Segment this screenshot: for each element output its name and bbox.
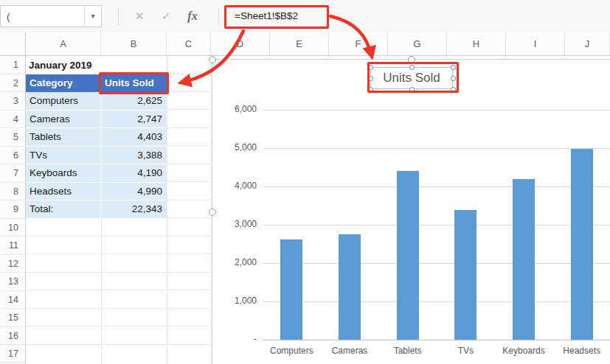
cell-a1[interactable]: January 2019	[26, 56, 167, 74]
table-header-cell[interactable]: Units Sold	[101, 74, 167, 93]
row-header-3[interactable]: 3	[0, 92, 25, 111]
y-axis-label[interactable]: 4,000	[218, 181, 257, 191]
title-selection-handle[interactable]	[451, 65, 456, 70]
title-selection-handle[interactable]	[368, 87, 373, 92]
row-header-9[interactable]: 9	[0, 200, 25, 219]
column-header-j[interactable]: J	[565, 32, 610, 55]
table-cell-value[interactable]: 22,343	[101, 200, 167, 219]
title-selection-handle[interactable]	[409, 65, 415, 70]
y-axis-label[interactable]: 5,000	[218, 142, 257, 153]
row-header-5[interactable]: 5	[0, 128, 25, 147]
bar-tablets[interactable]	[397, 171, 419, 340]
x-axis-label[interactable]: TVs	[437, 346, 495, 356]
row-header-11[interactable]: 11	[0, 237, 25, 255]
formula-bar: ( ▾ ✕ ✓ fx =Sheet1!$B$2	[0, 0, 610, 33]
table-cell-label[interactable]: Tablets	[26, 128, 101, 147]
selection-handle[interactable]	[209, 56, 216, 63]
column-header-c[interactable]: C	[167, 32, 211, 55]
chart-gridline	[263, 263, 610, 264]
cancel-icon[interactable]: ✕	[130, 5, 149, 27]
row-header-4[interactable]: 4	[0, 111, 25, 129]
row-header-8[interactable]: 8	[0, 183, 25, 201]
row-header-1[interactable]: 1	[0, 56, 25, 74]
enter-icon[interactable]: ✓	[156, 5, 176, 27]
divider	[218, 7, 219, 25]
y-axis-label[interactable]: -	[218, 334, 257, 344]
y-axis-label[interactable]: 2,000	[218, 257, 257, 267]
table-cell-label[interactable]: Computers	[26, 92, 101, 111]
column-header-g[interactable]: G	[388, 32, 447, 55]
column-header-f[interactable]: F	[329, 32, 388, 55]
table-cell-label[interactable]: TVs	[26, 147, 101, 165]
row-header-17[interactable]: 17	[0, 345, 25, 363]
column-header-d[interactable]: D	[211, 32, 270, 55]
bar-keyboards[interactable]	[513, 179, 535, 340]
row-headers: 1234567891011121314151617	[0, 56, 26, 364]
divider	[118, 7, 119, 25]
row-header-13[interactable]: 13	[0, 273, 25, 291]
title-selection-handle[interactable]	[368, 76, 373, 81]
title-selection-handle[interactable]	[409, 87, 415, 92]
y-axis-label[interactable]: 1,000	[218, 295, 257, 306]
x-axis-label[interactable]: Computers	[263, 346, 321, 356]
table-cell-value[interactable]: 2,747	[101, 111, 167, 129]
column-header-a[interactable]: A	[26, 32, 101, 55]
title-selection-handle[interactable]	[451, 76, 456, 81]
excel-window: ( ▾ ✕ ✓ fx =Sheet1!$B$2 ABCDEFGHIJ Janua…	[0, 0, 610, 364]
table-cell-label[interactable]: Headsets	[26, 183, 101, 201]
x-axis-label[interactable]: Headsets	[552, 346, 610, 356]
bar-headsets[interactable]	[571, 149, 593, 340]
table-header-cell[interactable]: Category	[26, 74, 101, 93]
gridline	[167, 56, 167, 364]
title-selection-handle[interactable]	[368, 65, 373, 70]
table-cell-label[interactable]: Keyboards	[26, 164, 101, 183]
column-header-b[interactable]: B	[101, 32, 167, 55]
chart[interactable]: Units Sold -1,0002,0003,0004,0005,0006,0…	[212, 59, 610, 364]
bar-tvs[interactable]	[454, 210, 476, 340]
chart-title[interactable]: Units Sold	[370, 67, 453, 89]
x-axis-label[interactable]: Tablets	[378, 346, 437, 356]
column-header-e[interactable]: E	[270, 32, 329, 55]
row-header-2[interactable]: 2	[0, 74, 25, 93]
row-header-14[interactable]: 14	[0, 291, 25, 309]
chart-gridline	[263, 148, 610, 149]
row-header-15[interactable]: 15	[0, 309, 25, 327]
table-cell-value[interactable]: 3,388	[101, 147, 167, 165]
column-headers: ABCDEFGHIJ	[0, 32, 610, 56]
fx-icon[interactable]: fx	[183, 5, 202, 27]
x-axis-label[interactable]: Cameras	[321, 346, 379, 356]
chart-gridline	[263, 301, 610, 302]
x-axis-label[interactable]: Keyboards	[495, 346, 553, 356]
table-cell-label[interactable]: Total:	[26, 200, 101, 219]
bar-cameras[interactable]	[339, 234, 361, 340]
table-cell-value[interactable]: 4,990	[101, 183, 167, 201]
chart-plot-area[interactable]	[263, 110, 610, 340]
table-cell-label[interactable]: Cameras	[26, 111, 101, 129]
bar-computers[interactable]	[280, 239, 302, 340]
sheet-grid[interactable]: January 2019CategoryUnits SoldComputers2…	[0, 56, 610, 364]
column-header-i[interactable]: I	[506, 32, 565, 55]
column-header-h[interactable]: H	[447, 32, 506, 55]
selection-handle[interactable]	[408, 56, 415, 63]
row-header-10[interactable]: 10	[0, 219, 25, 237]
row-header-12[interactable]: 12	[0, 255, 25, 273]
name-box-value: (	[1, 11, 84, 22]
row-header-16[interactable]: 16	[0, 327, 25, 346]
chart-gridline	[263, 110, 610, 111]
table-cell-value[interactable]: 4,403	[101, 128, 167, 147]
row-header-6[interactable]: 6	[0, 147, 25, 165]
table-cell-value[interactable]: 2,625	[101, 92, 167, 111]
chart-gridline	[263, 225, 610, 225]
row-header-7[interactable]: 7	[0, 164, 25, 183]
formula-input[interactable]: =Sheet1!$B$2	[235, 0, 298, 32]
name-box[interactable]: ( ▾	[0, 5, 102, 27]
select-all-corner[interactable]	[0, 32, 26, 55]
chart-gridline	[263, 186, 610, 187]
table-cell-value[interactable]: 4,190	[101, 164, 167, 183]
selection-handle[interactable]	[209, 209, 216, 216]
y-axis-label[interactable]: 3,000	[218, 219, 257, 229]
y-axis-label[interactable]: 6,000	[218, 104, 257, 114]
name-box-dropdown-icon[interactable]: ▾	[84, 6, 101, 27]
title-selection-handle[interactable]	[451, 87, 456, 92]
